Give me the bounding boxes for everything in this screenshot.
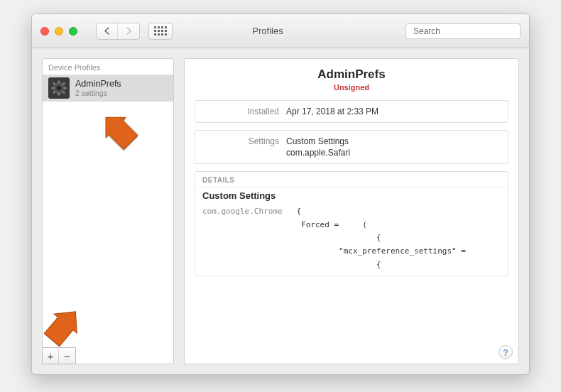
content-area: Device Profiles AdminP: [32, 48, 529, 374]
settings-row-2: com.apple.Safari: [195, 148, 508, 163]
svg-rect-4: [58, 81, 60, 84]
svg-rect-5: [58, 93, 60, 96]
help-button[interactable]: ?: [499, 345, 513, 359]
installed-box: Installed Apr 17, 2018 at 2:33 PM: [195, 100, 508, 123]
settings-value-2: com.apple.Safari: [286, 148, 350, 158]
details-title: Custom Settings: [195, 187, 508, 205]
minimize-window-button[interactable]: [55, 27, 63, 36]
annotation-arrow-2: [39, 304, 96, 361]
profile-item-adminprefs[interactable]: AdminPrefs 2 settings: [43, 75, 173, 102]
profile-status: Unsigned: [195, 83, 508, 92]
code-domain: com.google.Chrome: [202, 207, 283, 216]
installed-label: Installed: [202, 107, 286, 116]
svg-rect-7: [64, 87, 67, 89]
settings-box: Settings Custom Settings com.apple.Safar…: [195, 130, 508, 164]
sidebar-header: Device Profiles: [43, 59, 173, 75]
profiles-window: Profiles Device Profiles: [31, 13, 530, 375]
installed-row: Installed Apr 17, 2018 at 2:33 PM: [195, 101, 508, 122]
traffic-lights: [40, 27, 77, 36]
window-title: Profiles: [136, 26, 400, 36]
settings-label: Settings: [202, 136, 286, 146]
zoom-window-button[interactable]: [69, 27, 77, 36]
details-code: com.google.Chrome { Forced = ( { "mcx_pr…: [195, 205, 508, 276]
gear-icon: [48, 77, 70, 99]
svg-rect-6: [52, 87, 55, 89]
details-header: DETAILS: [195, 172, 508, 187]
close-window-button[interactable]: [40, 27, 49, 36]
details-box: DETAILS Custom Settings com.google.Chrom…: [195, 171, 508, 276]
settings-value-1: Custom Settings: [286, 136, 349, 146]
back-button[interactable]: [97, 23, 118, 39]
search-field[interactable]: [405, 23, 521, 39]
profile-name: AdminPrefs: [75, 79, 121, 89]
nav-buttons: [96, 23, 140, 40]
search-input[interactable]: [413, 26, 520, 36]
profile-subtitle: 2 settings: [75, 89, 121, 97]
settings-row-1: Settings Custom Settings: [195, 131, 508, 148]
profile-details-pane: AdminPrefs Unsigned Installed Apr 17, 20…: [184, 58, 519, 364]
annotation-arrow-1: [99, 103, 149, 153]
installed-value: Apr 17, 2018 at 2:33 PM: [286, 107, 378, 116]
svg-point-3: [56, 85, 61, 90]
window-toolbar: Profiles: [32, 14, 529, 48]
profile-item-text: AdminPrefs 2 settings: [75, 79, 121, 97]
profile-title: AdminPrefs: [195, 67, 508, 82]
